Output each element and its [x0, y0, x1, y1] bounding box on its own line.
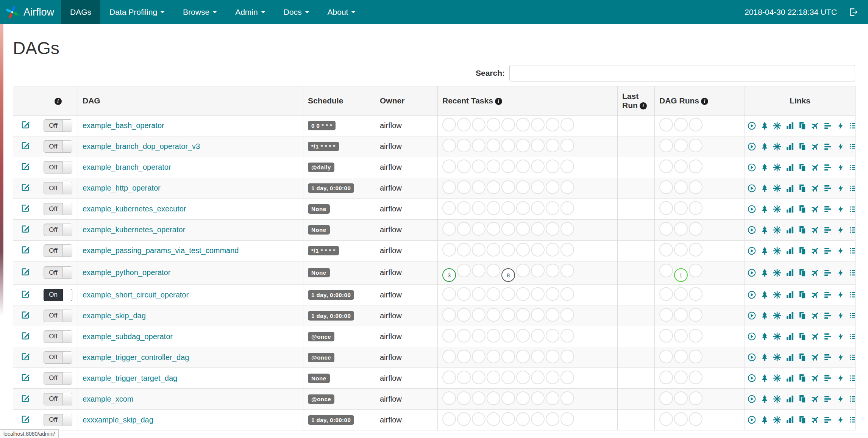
task-state-circle[interactable]: [546, 201, 559, 215]
task-state-circle[interactable]: [472, 264, 486, 277]
task-state-circle[interactable]: [487, 243, 500, 257]
task-duration-icon[interactable]: [785, 268, 795, 277]
dag-link[interactable]: example_kubernetes_operator: [83, 225, 185, 234]
trigger-dag-icon[interactable]: [747, 205, 756, 214]
task-state-circle[interactable]: [546, 222, 559, 236]
dag-link[interactable]: example_branch_operator: [83, 163, 171, 171]
task-state-circle[interactable]: [546, 371, 559, 384]
task-state-circle[interactable]: 1: [674, 268, 688, 282]
trigger-dag-icon[interactable]: [747, 121, 756, 130]
task-state-circle[interactable]: [442, 180, 456, 194]
tree-view-icon[interactable]: [760, 184, 769, 193]
task-state-circle[interactable]: [531, 287, 545, 301]
task-state-circle[interactable]: [689, 391, 703, 405]
nav-item-data-profiling[interactable]: Data Profiling: [100, 0, 174, 24]
task-state-circle[interactable]: [560, 118, 574, 131]
pause-toggle[interactable]: Off: [44, 372, 72, 385]
edit-dag-icon[interactable]: [21, 331, 31, 341]
gantt-view-icon[interactable]: [823, 225, 832, 235]
task-duration-icon[interactable]: [785, 142, 795, 151]
task-tries-icon[interactable]: [798, 121, 807, 130]
task-state-circle[interactable]: [442, 350, 456, 363]
edit-dag-icon[interactable]: [21, 141, 31, 150]
task-state-circle[interactable]: [457, 118, 471, 131]
graph-view-icon[interactable]: [773, 184, 782, 193]
task-state-circle[interactable]: [689, 412, 703, 426]
task-state-circle[interactable]: [531, 139, 545, 152]
tree-view-icon[interactable]: [760, 332, 769, 341]
task-details-icon[interactable]: [849, 394, 856, 404]
task-state-circle[interactable]: [457, 264, 471, 277]
edit-dag-icon[interactable]: [21, 224, 31, 234]
task-state-circle[interactable]: [659, 264, 673, 277]
task-state-circle[interactable]: [546, 243, 559, 257]
dag-link[interactable]: example_bash_operator: [83, 121, 164, 130]
task-state-circle[interactable]: [674, 201, 688, 215]
task-state-circle[interactable]: [516, 222, 530, 236]
pause-toggle[interactable]: Off: [44, 414, 72, 426]
landing-times-icon[interactable]: [811, 121, 820, 130]
task-state-circle[interactable]: [516, 412, 530, 426]
task-state-circle[interactable]: [531, 201, 545, 215]
edit-dag-icon[interactable]: [21, 372, 31, 382]
task-state-circle[interactable]: [674, 180, 688, 194]
code-view-icon[interactable]: [836, 394, 845, 404]
tree-view-icon[interactable]: [760, 290, 769, 299]
task-details-icon[interactable]: [849, 290, 856, 299]
task-state-circle[interactable]: [501, 139, 515, 152]
trigger-dag-icon[interactable]: [747, 225, 756, 235]
task-tries-icon[interactable]: [798, 184, 807, 193]
tree-view-icon[interactable]: [760, 394, 769, 404]
task-state-circle[interactable]: [472, 391, 486, 405]
pause-toggle[interactable]: Off: [44, 330, 72, 343]
edit-dag-icon[interactable]: [21, 289, 31, 299]
landing-times-icon[interactable]: [811, 142, 820, 151]
task-state-circle[interactable]: [516, 243, 530, 257]
task-tries-icon[interactable]: [798, 290, 807, 299]
task-state-circle[interactable]: [531, 308, 545, 322]
task-state-circle[interactable]: [689, 264, 703, 277]
task-state-circle[interactable]: [531, 371, 545, 384]
tree-view-icon[interactable]: [760, 205, 769, 214]
dag-link[interactable]: example_python_operator: [83, 268, 170, 277]
pause-toggle[interactable]: Off: [44, 351, 72, 364]
task-state-circle[interactable]: [659, 371, 673, 384]
code-view-icon[interactable]: [836, 163, 845, 172]
task-state-circle[interactable]: [531, 243, 545, 257]
task-state-circle[interactable]: [674, 287, 688, 301]
task-tries-icon[interactable]: [798, 394, 807, 404]
task-tries-icon[interactable]: [798, 225, 807, 235]
gantt-view-icon[interactable]: [823, 142, 832, 151]
task-state-circle[interactable]: [487, 308, 500, 322]
dag-link[interactable]: example_skip_dag: [83, 311, 146, 320]
task-details-icon[interactable]: [849, 121, 856, 130]
dag-link[interactable]: exxxample_skip_dag: [83, 416, 153, 424]
task-state-circle[interactable]: [531, 350, 545, 363]
task-state-circle[interactable]: [501, 371, 515, 384]
pause-toggle[interactable]: Off: [44, 224, 72, 236]
tree-view-icon[interactable]: [760, 163, 769, 172]
task-state-circle[interactable]: [560, 160, 574, 173]
task-state-circle[interactable]: [472, 308, 486, 322]
landing-times-icon[interactable]: [811, 205, 820, 214]
task-tries-icon[interactable]: [798, 246, 807, 255]
task-state-circle[interactable]: [457, 139, 471, 152]
graph-view-icon[interactable]: [773, 311, 782, 320]
task-state-circle[interactable]: [659, 243, 673, 257]
task-state-circle[interactable]: [501, 180, 515, 194]
landing-times-icon[interactable]: [811, 353, 820, 362]
task-state-circle[interactable]: [560, 139, 574, 152]
task-state-circle[interactable]: [501, 308, 515, 322]
task-state-circle[interactable]: [501, 118, 515, 131]
task-state-circle[interactable]: [487, 201, 500, 215]
task-state-circle[interactable]: [487, 287, 500, 301]
task-state-circle[interactable]: [516, 139, 530, 152]
task-state-circle[interactable]: 8: [501, 268, 515, 282]
tree-view-icon[interactable]: [760, 268, 769, 277]
task-duration-icon[interactable]: [785, 415, 795, 424]
trigger-dag-icon[interactable]: [747, 163, 756, 172]
task-state-circle[interactable]: [501, 222, 515, 236]
task-state-circle[interactable]: [560, 222, 574, 236]
task-state-circle[interactable]: [442, 160, 456, 173]
task-state-circle[interactable]: [516, 391, 530, 405]
